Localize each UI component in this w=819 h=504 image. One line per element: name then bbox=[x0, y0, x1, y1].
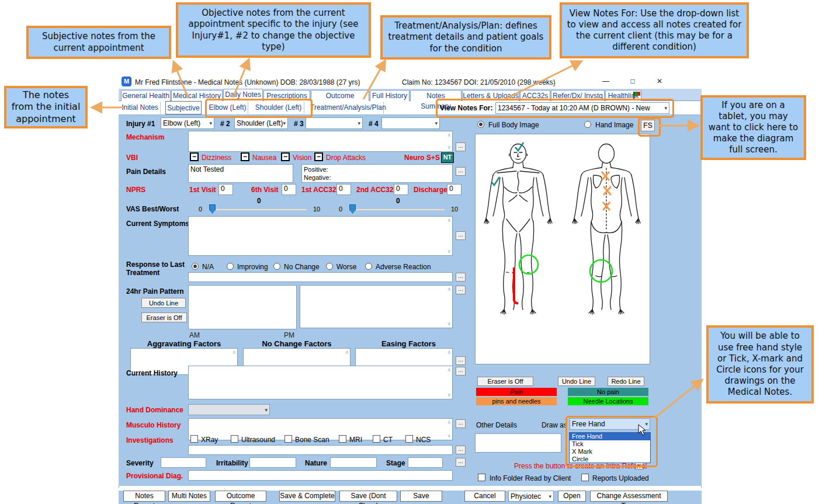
scroll-down-icon[interactable]: ∨ bbox=[447, 249, 451, 254]
info-folder-read-checkbox[interactable] bbox=[478, 474, 485, 481]
tab-general-health[interactable]: General Health bbox=[121, 90, 171, 101]
easing-factors-more-button[interactable]: ... bbox=[456, 356, 466, 365]
mechanism-textarea[interactable]: ∧ ∨ bbox=[188, 131, 453, 152]
scroll-down-icon[interactable]: ∨ bbox=[447, 433, 451, 439]
nprs-discharge-input[interactable]: 0 bbox=[447, 184, 461, 195]
subtab-treatment-analysis-plan[interactable]: Treatment/Analysis/Plan bbox=[310, 102, 384, 114]
reports-uploaded-checkbox[interactable] bbox=[581, 474, 589, 481]
notes-report-button[interactable]: Notes Report bbox=[123, 491, 165, 502]
other-details-textbox[interactable] bbox=[475, 433, 561, 453]
pain-pattern-eraser-button[interactable]: Eraser is Off bbox=[141, 312, 187, 322]
scroll-up-icon[interactable]: ∧ bbox=[447, 218, 451, 223]
stage-more-button[interactable]: ... bbox=[456, 458, 466, 467]
pain-details-textbox[interactable]: Not Tested bbox=[188, 164, 293, 183]
tab-acc32s[interactable]: ACC32s bbox=[520, 90, 550, 101]
change-assessment-type-button[interactable]: Change Assessment Type bbox=[590, 491, 668, 502]
option-tick[interactable]: Tick bbox=[570, 440, 650, 448]
diagram-undo-button[interactable]: Undo Line bbox=[558, 377, 595, 386]
physiotec-dropdown[interactable]: Physiotec ▾ bbox=[508, 491, 554, 502]
current-history-more-button[interactable]: ... bbox=[456, 367, 466, 376]
current-symptoms-more-button[interactable]: ... bbox=[456, 231, 466, 240]
current-history-textarea[interactable]: ∧ ∨ bbox=[188, 366, 453, 399]
investigations-textbox[interactable] bbox=[188, 445, 453, 455]
tab-notes-summary[interactable]: Notes Summary bbox=[410, 90, 461, 101]
nprs-1st-acc32-input[interactable]: 0 bbox=[336, 184, 351, 195]
mechanism-more-button[interactable]: ... bbox=[456, 142, 466, 151]
subtab-initial-notes[interactable]: Initial Notes bbox=[120, 102, 161, 114]
tab-full-history[interactable]: Full History bbox=[370, 90, 410, 101]
outcome-report-button[interactable]: Outcome Report bbox=[215, 491, 266, 502]
nature-input[interactable] bbox=[330, 457, 377, 468]
response-worse-radio[interactable] bbox=[326, 263, 333, 270]
musculo-history-more-button[interactable]: ... bbox=[456, 419, 466, 428]
irritability-input[interactable] bbox=[249, 457, 296, 468]
cancel-button[interactable]: Cancel bbox=[464, 491, 505, 502]
full-body-image-radio[interactable] bbox=[477, 121, 484, 128]
current-symptoms-textarea[interactable]: ∧ ∨ bbox=[188, 216, 453, 256]
diagram-eraser-button[interactable]: Eraser is Off bbox=[477, 377, 533, 386]
scroll-down-icon[interactable]: ∨ bbox=[447, 145, 451, 150]
tab-outcome-measures[interactable]: Outcome Measures bbox=[311, 90, 369, 101]
scroll-up-icon[interactable]: ∧ bbox=[345, 350, 349, 355]
injury2-dropdown[interactable]: Shoulder (Left)▾ bbox=[234, 117, 288, 129]
scroll-up-icon[interactable]: ∧ bbox=[447, 133, 451, 138]
response-na-radio[interactable] bbox=[192, 263, 199, 270]
close-button[interactable]: ✕ bbox=[651, 77, 668, 88]
neuro-nt-badge[interactable]: NT bbox=[441, 152, 454, 163]
investigations-more-button[interactable]: ... bbox=[456, 446, 466, 454]
tab-medical-history[interactable]: Medical History bbox=[171, 90, 223, 101]
vbi-vision-toggle[interactable]: − bbox=[281, 152, 290, 161]
pain-pattern-canvas[interactable] bbox=[188, 285, 297, 329]
response-textbox[interactable] bbox=[188, 272, 453, 282]
vas-best-slider-track[interactable] bbox=[208, 208, 307, 211]
tab-prescriptions[interactable]: Prescriptions bbox=[263, 90, 310, 101]
diagram-redo-button[interactable]: Redo Line bbox=[608, 377, 644, 386]
subtab-subjective[interactable]: Subjective bbox=[165, 101, 202, 114]
nprs-6th-visit-input[interactable]: 0 bbox=[282, 184, 296, 195]
injury1-dropdown[interactable]: Elbow (Left)▾ bbox=[161, 117, 214, 129]
scroll-up-icon[interactable]: ∧ bbox=[447, 350, 451, 355]
tab-refer-dx-invstg[interactable]: Refer/Dx/ Invstg bbox=[551, 90, 605, 101]
response-no-change-radio[interactable] bbox=[273, 263, 280, 270]
multi-notes-button[interactable]: Multi Notes bbox=[168, 491, 210, 502]
tab-daily-notes[interactable]: Daily Notes bbox=[223, 89, 263, 101]
tab-letters-uploads[interactable]: Letters & Uploads bbox=[462, 90, 519, 101]
vas-worst-slider-track[interactable] bbox=[348, 208, 445, 211]
xray-checkbox[interactable] bbox=[190, 435, 198, 443]
subtab-shoulder-left[interactable]: Shoulder (Left) bbox=[253, 102, 304, 114]
maximize-button[interactable]: □ bbox=[624, 77, 641, 88]
vbi-dizziness-toggle[interactable]: − bbox=[190, 152, 199, 161]
option-x-mark[interactable]: X Mark bbox=[570, 448, 650, 456]
scroll-up-icon[interactable]: ∧ bbox=[447, 287, 451, 292]
pain-pattern-textarea[interactable]: ∧ ∨ bbox=[300, 285, 453, 328]
scroll-up-icon[interactable]: ∧ bbox=[232, 350, 236, 355]
save-dont-close-button[interactable]: Save (Dont Close) bbox=[339, 491, 397, 502]
vbi-nausea-toggle[interactable]: − bbox=[241, 152, 249, 161]
response-adverse-radio[interactable] bbox=[365, 263, 372, 270]
scroll-up-icon[interactable]: ∧ bbox=[447, 420, 451, 425]
open-button[interactable]: Open bbox=[558, 491, 586, 502]
pain-details-posneg-box[interactable]: Positive: Negative: bbox=[301, 164, 453, 183]
save-complete-button[interactable]: Save & Complete bbox=[279, 491, 335, 502]
pain-details-more-button[interactable]: ... bbox=[456, 167, 466, 176]
pain-pattern-undo-button[interactable]: Undo Line bbox=[141, 298, 186, 308]
vbi-drop-attacks-toggle[interactable]: − bbox=[314, 152, 323, 161]
hand-dominance-dropdown[interactable]: ▾ bbox=[188, 404, 270, 415]
ct-checkbox[interactable] bbox=[373, 435, 380, 443]
scroll-up-icon[interactable]: ∧ bbox=[447, 367, 451, 373]
injury3-dropdown[interactable]: ▾ bbox=[306, 117, 363, 129]
injury4-dropdown[interactable]: ▾ bbox=[381, 117, 440, 129]
stage-input[interactable] bbox=[408, 457, 443, 468]
pain-pattern-more-button[interactable]: ... bbox=[456, 286, 466, 294]
view-notes-for-dropdown[interactable]: 1234567 - Today at 10:20 AM (D BROWN) - … bbox=[495, 102, 669, 114]
response-more-button[interactable]: ... bbox=[456, 273, 466, 281]
ultrasound-checkbox[interactable] bbox=[231, 435, 238, 443]
ncs-checkbox[interactable] bbox=[405, 435, 413, 443]
bone-scan-checkbox[interactable] bbox=[284, 435, 292, 443]
response-improving-radio[interactable] bbox=[227, 263, 234, 270]
minimize-button[interactable]: — bbox=[597, 77, 615, 88]
nprs-1st-visit-input[interactable]: 0 bbox=[218, 184, 233, 195]
hand-image-radio[interactable] bbox=[584, 121, 591, 128]
scroll-down-icon[interactable]: ∨ bbox=[447, 392, 451, 398]
scroll-down-icon[interactable]: ∨ bbox=[447, 321, 451, 326]
